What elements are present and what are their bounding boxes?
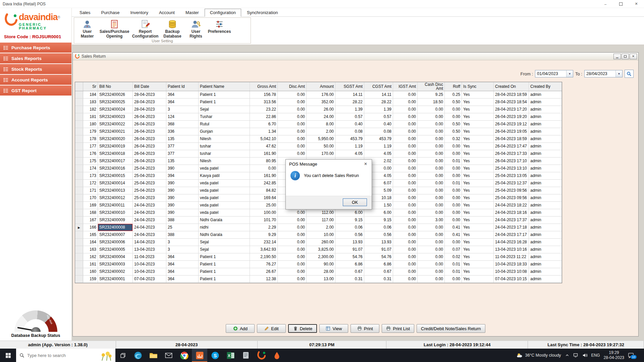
add-button[interactable]: Add	[226, 324, 255, 333]
taskbar-search[interactable]	[16, 349, 115, 362]
volume-icon[interactable]	[582, 353, 588, 358]
dialog-close-icon[interactable]: ✕	[360, 160, 372, 168]
tab-purchase[interactable]: Purchase	[96, 9, 125, 16]
column-header-created-by[interactable]: Created By	[529, 82, 562, 91]
davaindia-taskbar-icon[interactable]	[254, 349, 269, 362]
table-row[interactable]: 177SR23240001926-04-2023377tushar47.620.…	[75, 143, 562, 150]
column-header-sr[interactable]: Sr	[83, 82, 98, 91]
ribbon-backup-database[interactable]: Backup Database	[162, 19, 183, 39]
table-row[interactable]: 176SR23240001826-04-2023377tushar161.900…	[75, 150, 562, 158]
sidebar-item-stock-reports[interactable]: Stock Reports	[0, 64, 71, 74]
notification-center-button[interactable]: 10	[628, 352, 636, 358]
weather-widget[interactable]: 36°C Mostly cloudy	[516, 352, 561, 359]
table-row[interactable]: 159SR23240000107-04-2023364Patient 112.3…	[75, 276, 562, 283]
to-date-dropdown-icon[interactable]: ▼	[615, 70, 622, 77]
file-explorer-taskbar-icon[interactable]	[146, 349, 161, 362]
column-header-cgst-amt[interactable]: CGST Amt	[364, 82, 393, 91]
column-header-disc-amt[interactable]: Disc Amt	[278, 82, 307, 91]
column-header-igst-amt[interactable]: IGST Amt	[393, 82, 418, 91]
column-header-patient-name[interactable]: Patient Name	[199, 82, 250, 91]
sidebar-item-sales-reports[interactable]: Sales Reports	[0, 53, 71, 63]
pos-taskbar-icon[interactable]	[192, 349, 207, 362]
ribbon-sales-purchase-opening[interactable]: Sales/Purchase Opening	[100, 19, 128, 39]
column-header-created-on[interactable]: Created On	[494, 82, 529, 91]
column-header-roff[interactable]: Roff	[445, 82, 462, 91]
cell: 0.07	[445, 246, 462, 253]
print-button[interactable]: Print	[351, 324, 379, 333]
table-row[interactable]: 168SR23240001024-04-2023390veda patel100…	[75, 209, 562, 217]
cell: SR232400017	[98, 158, 133, 165]
view-button[interactable]: View	[319, 324, 348, 333]
tab-master[interactable]: Master	[180, 9, 204, 16]
table-row[interactable]: 178SR23240002026-04-2023135Nilesh5,042.1…	[75, 135, 562, 143]
print-list-button[interactable]: Print List	[382, 324, 414, 333]
maximize-button[interactable]	[613, 0, 629, 8]
tab-sales[interactable]: Sales	[74, 9, 96, 16]
table-row[interactable]: 184SR23240002628-04-2023364Patient 1156.…	[75, 91, 562, 99]
ribbon-preferences[interactable]: Preferences	[209, 19, 230, 34]
table-row[interactable]: 181SR23240002326-04-2023124Tushar22.860.…	[75, 113, 562, 121]
sidebar-item-purchase-reports[interactable]: Purchase Reports	[0, 43, 71, 53]
column-header-sgst-amt[interactable]: SGST Amt	[335, 82, 364, 91]
column-header-amount[interactable]: Amount	[307, 82, 335, 91]
network-icon[interactable]	[573, 353, 579, 358]
droplet-taskbar-icon[interactable]	[269, 349, 284, 362]
column-header-patient-id[interactable]: Patient Id	[166, 82, 199, 91]
table-row[interactable]: 167SR23240000924-04-2023388Nidhi Garala1…	[75, 217, 562, 224]
column-header-bill-no[interactable]: Bill No	[98, 82, 133, 91]
to-date-input[interactable]	[585, 71, 615, 76]
from-date-input[interactable]	[535, 71, 566, 76]
delete-button[interactable]: Delete	[288, 324, 317, 333]
edit-button[interactable]: Edit	[257, 324, 286, 333]
cell: 0.00	[445, 217, 462, 224]
table-row[interactable]: 165SR23240000724-04-2023388Nidhi Garala9…	[75, 231, 562, 239]
sidebar-item-account-reports[interactable]: Account Reports	[0, 75, 71, 85]
table-row[interactable]: ▶166SR23240000824-04-202325nidhi2.290.00…	[75, 224, 562, 231]
table-row[interactable]: 161SR23240000310-04-2023364Patient 176.2…	[75, 261, 562, 268]
from-date-dropdown-icon[interactable]: ▼	[566, 70, 573, 77]
mail-taskbar-icon[interactable]	[161, 349, 176, 362]
table-row[interactable]: 179SR23240002126-04-2023336Gunjan1.340.0…	[75, 128, 562, 135]
tray-chevron-up-icon[interactable]	[565, 353, 570, 358]
cell: 390	[166, 187, 199, 194]
table-row[interactable]: 182SR23240002428-04-20233Sejal23.220.002…	[75, 106, 562, 113]
column-header-bill-date[interactable]: Bill Date	[133, 82, 166, 91]
ribbon-user-rights[interactable]: User Rights	[185, 19, 206, 39]
close-button[interactable]: ✕	[629, 0, 644, 8]
minimize-button[interactable]: –	[598, 0, 613, 8]
table-row[interactable]: 162SR23240000411-04-2023364Patient 12,19…	[75, 253, 562, 261]
clock[interactable]: 19:29 28-04-2023	[604, 350, 624, 360]
from-label: From :	[520, 71, 533, 76]
child-close-button[interactable]: ✕	[630, 54, 637, 59]
tab-account[interactable]: Account	[154, 9, 180, 16]
task-view-button[interactable]	[115, 349, 130, 362]
language-indicator[interactable]: ENG	[591, 353, 600, 358]
start-button[interactable]	[0, 349, 16, 362]
search-button[interactable]	[625, 70, 634, 78]
ribbon-report-configuration[interactable]: Report Configuration	[131, 19, 159, 39]
ok-button[interactable]: OK	[343, 198, 367, 206]
credit-debit-note-sales-return-button[interactable]: Credit/Debit Note/Sales Return	[417, 324, 485, 333]
child-maximize-button[interactable]	[622, 54, 629, 59]
table-row[interactable]: 183SR23240002528-04-2023364Patient 1313.…	[75, 99, 562, 106]
chrome-taskbar-icon[interactable]	[176, 349, 192, 362]
skype-taskbar-icon[interactable]: S	[207, 349, 223, 362]
cell: Nidhi Garala	[199, 231, 250, 238]
tab-synchronization[interactable]: Synchronization	[242, 9, 283, 16]
tab-configuration[interactable]: Configuration	[205, 9, 241, 17]
table-row[interactable]: 160SR23240000210-04-2023364Patient 126.6…	[75, 268, 562, 276]
sidebar-item-gst-report[interactable]: GST Report	[0, 85, 71, 96]
notes-taskbar-icon[interactable]	[238, 349, 254, 362]
table-row[interactable]: 164SR23240000614-04-20233Sejal232.140.00…	[75, 239, 562, 246]
edge-taskbar-icon[interactable]	[130, 349, 146, 362]
table-row[interactable]: 180SR23240002226-04-2023368Rutul6.700.00…	[75, 121, 562, 128]
table-row[interactable]: 163SR23240000513-04-20233Sejal3,642.930.…	[75, 246, 562, 253]
excel-taskbar-icon[interactable]: X	[223, 349, 238, 362]
child-minimize-button[interactable]: ▁	[613, 54, 621, 59]
column-header-gross-amt[interactable]: Gross Amt	[250, 82, 278, 91]
column-header-is-sync[interactable]: Is Sync	[462, 82, 494, 91]
ribbon-user-master[interactable]: User Master	[77, 19, 98, 39]
tab-inventory[interactable]: Inventory	[125, 9, 153, 16]
column-header-cash-disc-amt[interactable]: Cash Disc Amt	[418, 82, 445, 91]
cell: Yes	[462, 217, 494, 224]
